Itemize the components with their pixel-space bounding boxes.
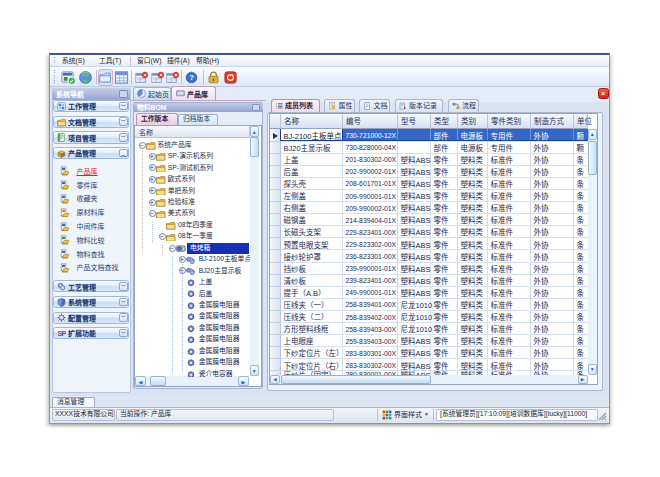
svg-text:?: ?: [189, 73, 194, 82]
svg-text:P: P: [61, 329, 66, 338]
